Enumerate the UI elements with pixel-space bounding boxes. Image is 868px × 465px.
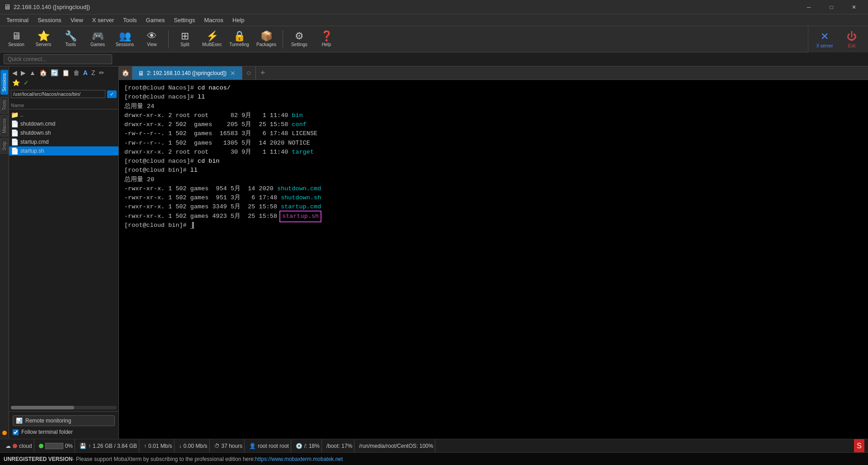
menu-games[interactable]: Games [142, 16, 170, 24]
fb-checkmark-button[interactable]: ✓ [22, 78, 30, 87]
quickconnect-input[interactable] [4, 54, 112, 64]
toolbar-tunneling-button[interactable]: 🔒 Tunneling [226, 28, 252, 51]
path-confirm-button[interactable]: ✓ [107, 90, 117, 98]
term-line-3: 总用量 24 [124, 102, 863, 111]
menu-view[interactable]: View [66, 16, 88, 24]
fb-delete-button[interactable]: 🗑 [72, 68, 81, 77]
fb-back-button[interactable]: ◀ [11, 68, 19, 77]
fb-forward-button[interactable]: ▶ [19, 68, 27, 77]
file-name-shutdown-sh: shutdown.sh [20, 130, 51, 136]
toolbar-help-label: Help [322, 42, 331, 47]
menu-settings[interactable]: Settings [170, 16, 200, 24]
follow-terminal-checkbox[interactable] [13, 429, 19, 435]
term-line-4: drwxr-xr-x. 2 root root 82 9月 1 11:40 bi… [124, 111, 863, 120]
sidebar-bottom: 📊 Remote monitoring Follow terminal fold… [9, 411, 118, 439]
fb-text-button[interactable]: A [82, 68, 89, 77]
fb-copy-button[interactable]: 📋 [61, 68, 71, 77]
download-icon: ↓ [179, 443, 182, 449]
time-text: 37 hours [222, 443, 243, 449]
toolbar-games-label: Games [90, 42, 105, 47]
file-icon-4: 📄 [11, 147, 19, 155]
memory-up-arrow: ↑ [88, 443, 91, 449]
scrollbar-thumb[interactable] [11, 406, 74, 409]
toolbar-sessions-button[interactable]: 👥 Sessions [112, 28, 137, 51]
sidebar-tab-snip[interactable]: Snip [0, 138, 8, 154]
tab-close-button[interactable]: ✕ [229, 70, 236, 77]
notice-message: - Please support MobaXterm by subscribin… [73, 456, 255, 462]
close-button[interactable]: ✕ [844, 0, 864, 14]
fb-up-button[interactable]: ▲ [28, 68, 37, 77]
menu-sessions[interactable]: Sessions [33, 16, 66, 24]
terminal-tab-active[interactable]: 🖥 2: 192.168.10.140 ([springcloud]) ✕ [132, 66, 242, 80]
toolbar-packages-button[interactable]: 📦 Packages [254, 28, 279, 51]
menu-terminal[interactable]: Terminal [2, 16, 33, 24]
term-line-15: -rwxr-xr-x. 1 502 games 4923 5月 25 15:58… [124, 212, 863, 221]
fb-filter-button[interactable]: Z [90, 68, 97, 77]
maximize-button[interactable]: □ [821, 0, 842, 14]
fb-star-button[interactable]: ⭐ [11, 78, 21, 87]
memory-text: 1.26 GB / 3.84 GB [93, 443, 137, 449]
toolbar-servers-button[interactable]: ⭐ Servers [31, 28, 56, 51]
status-cloud: ☁ cloud [4, 439, 34, 452]
sessions-icon: 👥 [119, 31, 131, 41]
remote-monitoring-icon: 📊 [16, 418, 23, 424]
file-item-dotdot[interactable]: 📁 .. [9, 110, 118, 119]
terminal-content[interactable]: [root@cloud Nacos]# cd nacos/ [root@clou… [119, 80, 868, 439]
toolbar-session-button[interactable]: 🖥 Session [4, 28, 29, 51]
mobatek-link[interactable]: https://www.mobaxterm.mobatek.net [255, 456, 343, 462]
toolbar-tools-label: Tools [65, 42, 75, 47]
title-icon: 🖥 [4, 3, 11, 11]
xserver-label: X server [816, 43, 833, 48]
file-icon-3: 📄 [11, 138, 19, 146]
left-panel: Sessions Tools Macros Snip ◀ ▶ ▲ 🏠 🔄 📋 🗑 [0, 66, 119, 439]
toolbar-tools-button[interactable]: 🔧 Tools [58, 28, 83, 51]
exit-label: Exit [848, 43, 856, 48]
toolbar-multiexec-button[interactable]: ⚡ MultiExec [199, 28, 225, 51]
fb-home-button[interactable]: 🏠 [38, 68, 48, 77]
term-line-14: -rwxr-xr-x. 1 502 games 3349 5月 25 15:58… [124, 202, 863, 211]
toolbar-help-button[interactable]: ❓ Help [314, 28, 339, 51]
file-item-startup-cmd[interactable]: 📄 startup.cmd [9, 137, 118, 146]
term-line-7: -rw-r--r--. 1 502 games 1305 5月 14 2020 … [124, 139, 863, 148]
toolbar-games-button[interactable]: 🎮 Games [85, 28, 110, 51]
remote-monitoring-button[interactable]: 📊 Remote monitoring [13, 415, 115, 426]
menu-help[interactable]: Help [228, 16, 249, 24]
toolbar-settings-button[interactable]: ⚙ Settings [287, 28, 312, 51]
file-item-startup-sh[interactable]: 📄 startup.sh [9, 146, 118, 155]
menu-xserver[interactable]: X server [88, 16, 118, 24]
minimize-button[interactable]: ─ [798, 0, 819, 14]
tab-empty: ○ [242, 66, 256, 80]
path-input[interactable] [11, 90, 105, 98]
exit-button[interactable]: ⏻ Exit [839, 28, 864, 51]
toolbar-split-label: Split [180, 42, 189, 47]
new-tab-button[interactable]: + [256, 66, 269, 80]
menu-tools[interactable]: Tools [118, 16, 141, 24]
statusbar: ☁ cloud 0% 💾 ↑ 1.26 GB / 3.84 GB ↑ 0.01 … [0, 439, 868, 452]
menu-macros[interactable]: Macros [199, 16, 228, 24]
toolbar-view-button[interactable]: 👁 View [139, 28, 165, 51]
quickconnect-bar [0, 52, 868, 66]
sidebar-tab-sessions[interactable]: Sessions [0, 70, 8, 95]
term-line-8: drwxr-xr-x. 2 root root 30 9月 1 11:40 ta… [124, 148, 863, 157]
file-item-shutdown-sh[interactable]: 📄 shutdown.sh [9, 128, 118, 137]
download-text: 0.00 Mb/s [184, 443, 208, 449]
toolbar-split-button[interactable]: ⊞ Split [172, 28, 198, 51]
exit-icon: ⏻ [847, 31, 857, 42]
sidebar-inner: ◀ ▶ ▲ 🏠 🔄 📋 🗑 A Z ✏ ⭐ ✓ ✓ [9, 66, 118, 439]
term-line-11: 总用量 20 [124, 175, 863, 184]
term-line-5: drwxr-xr-x. 2 502 games 205 5月 25 15:58 … [124, 120, 863, 129]
sidebar-scrollbar[interactable] [11, 406, 117, 409]
term-line-2: [root@cloud nacos]# ll [124, 93, 863, 102]
multiexec-icon: ⚡ [206, 31, 218, 41]
fb-edit-button[interactable]: ✏ [98, 68, 106, 77]
xserver-button[interactable]: ✕ X server [812, 28, 837, 51]
follow-terminal-checkbox-row[interactable]: Follow terminal folder [13, 429, 115, 435]
disk1-text: /: 18% [304, 443, 320, 449]
file-item-shutdown-cmd[interactable]: 📄 shutdown.cmd [9, 119, 118, 128]
sidebar-tab-tools[interactable]: Tools [0, 97, 8, 113]
fb-refresh-button[interactable]: 🔄 [49, 68, 60, 77]
sidebar-tab-macros[interactable]: Macros [0, 115, 8, 136]
file-name-startup-sh: startup.sh [20, 148, 44, 154]
tab-home-button[interactable]: 🏠 [119, 66, 132, 80]
tab-label: 2: 192.168.10.140 ([springcloud]) [147, 70, 226, 76]
